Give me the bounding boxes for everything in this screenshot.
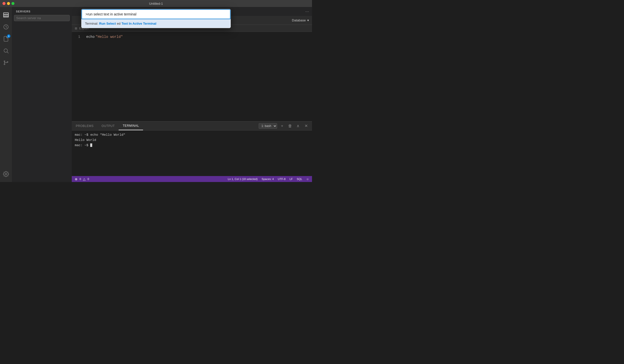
terminal-trash-button[interactable]: 🗑	[287, 123, 293, 129]
sidebar: SERVERS	[12, 7, 72, 182]
terminal-close-button[interactable]: ✕	[303, 123, 309, 129]
terminal-tabs: PROBLEMS OUTPUT TERMINAL 1: bash + 🗑 ∧ ✕	[72, 121, 312, 130]
command-result-highlight2: Text In Active Terminal	[121, 22, 156, 25]
code-echo: echo	[86, 35, 95, 39]
command-palette-result[interactable]: Terminal: Run Selected Text In Active Te…	[81, 19, 231, 28]
activity-git[interactable]	[0, 57, 12, 69]
status-left: ⊗ 0 △ 0	[75, 177, 89, 181]
traffic-lights	[2, 2, 14, 5]
encoding[interactable]: UTF-8	[278, 178, 286, 181]
tab-problems[interactable]: PROBLEMS	[72, 121, 98, 130]
svg-line-5	[7, 52, 9, 54]
main-area: ··· Database ▾ ⊞ Explain 1 echo "Hello w…	[72, 7, 312, 182]
terminal-line-3: mac: ~$	[75, 143, 309, 148]
activity-settings[interactable]	[0, 168, 12, 180]
terminal-line-2: Hello World	[75, 138, 309, 143]
terminal-cursor	[90, 143, 92, 147]
terminal-panel: PROBLEMS OUTPUT TERMINAL 1: bash + 🗑 ∧ ✕	[72, 121, 312, 176]
terminal-selector[interactable]: 1: bash	[259, 123, 277, 129]
warning-icon: △	[83, 177, 85, 181]
gear-icon	[3, 171, 9, 177]
code-content: echo "Hello world"	[84, 35, 312, 118]
line-ending[interactable]: LF	[290, 178, 293, 181]
activity-search[interactable]	[0, 45, 12, 57]
git-icon	[3, 60, 9, 66]
title-bar: Untitled-1	[0, 0, 312, 7]
line-numbers: 1	[72, 35, 84, 118]
command-result-highlight1: Run Select	[99, 22, 116, 25]
command-result-prefix: Terminal:	[85, 22, 98, 25]
command-palette-input[interactable]	[81, 9, 231, 19]
error-count: 0	[79, 178, 81, 181]
activity-files[interactable]: 1	[0, 33, 12, 45]
editor-content[interactable]: 1 echo "Hello world"	[72, 32, 312, 121]
svg-point-10	[5, 173, 7, 175]
command-result-suffix: ed	[117, 22, 120, 25]
close-button[interactable]	[2, 2, 5, 5]
language-mode[interactable]: SQL	[297, 178, 302, 181]
smiley-icon: ☺	[306, 178, 309, 181]
status-right: Ln 1, Col 1 (18 selected) Spaces: 4 UTF-…	[228, 178, 309, 181]
svg-point-6	[4, 61, 5, 62]
window-title: Untitled-1	[149, 2, 163, 5]
svg-point-7	[4, 64, 5, 65]
command-palette: Terminal: Run Selected Text In Active Te…	[81, 9, 231, 28]
line-number-1: 1	[72, 35, 80, 39]
maximize-button[interactable]	[11, 2, 14, 5]
terminal-line-1: mac: ~$ echo "Hello World"	[75, 132, 309, 138]
code-string: "Hello world"	[96, 35, 123, 39]
terminal-content[interactable]: mac: ~$ echo "Hello World" Hello World m…	[72, 130, 312, 176]
app-container: 1	[0, 7, 312, 182]
warning-count: 0	[87, 178, 89, 181]
cursor-position[interactable]: Ln 1, Col 1 (18 selected)	[228, 178, 258, 181]
code-line-1: echo "Hello world"	[86, 35, 312, 39]
terminal-up-button[interactable]: ∧	[295, 123, 301, 129]
svg-point-8	[7, 61, 8, 62]
search-icon	[3, 48, 9, 54]
tab-terminal[interactable]: TERMINAL	[119, 121, 143, 130]
error-icon: ⊗	[75, 177, 78, 181]
minimize-button[interactable]	[7, 2, 10, 5]
terminal-tab-right: 1: bash + 🗑 ∧ ✕	[259, 123, 312, 129]
files-badge: 1	[7, 34, 10, 38]
editor-area: ⊞ Explain 1 echo "Hello world"	[72, 25, 312, 121]
command-palette-overlay: Terminal: Run Selected Text In Active Te…	[0, 7, 312, 28]
status-bar: ⊗ 0 △ 0 Ln 1, Col 1 (18 selected) Spaces…	[72, 176, 312, 182]
activity-bar: 1	[0, 7, 12, 182]
tab-output[interactable]: OUTPUT	[98, 121, 119, 130]
terminal-add-button[interactable]: +	[279, 123, 285, 129]
spaces-setting[interactable]: Spaces: 4	[262, 178, 274, 181]
svg-point-4	[4, 49, 7, 52]
